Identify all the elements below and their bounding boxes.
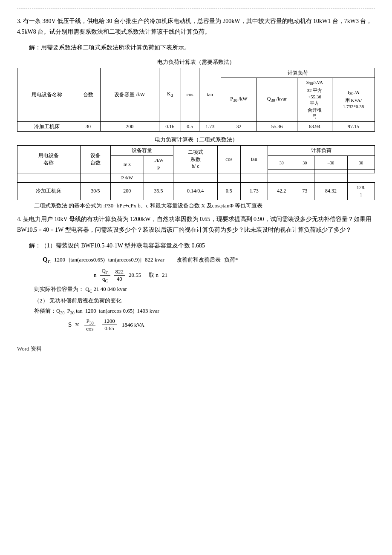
- t2-col-calc: 计算负荷: [268, 146, 375, 156]
- t2-header-pkw10: [314, 173, 347, 182]
- t2-subrow-i: [347, 169, 375, 173]
- pre-comp-formula: 补偿前：Q30 P30 tan 1200 tan(arccos 0.65) 14…: [34, 307, 375, 315]
- t2-header-pkw3: P /kW: [110, 173, 144, 182]
- col-capacity: 设备容量 /kW: [100, 68, 159, 121]
- table1-title: 电力负荷计算表（需要系数法）: [17, 58, 375, 66]
- s-formula-line: S 30 P30 cos 1200 0.65 1846 kVA: [68, 318, 375, 333]
- t2-col-cos: cos: [218, 146, 241, 173]
- row1-i30: 97.15: [332, 121, 375, 132]
- t2-subrow-q: [295, 169, 314, 173]
- qc-label: QC: [43, 256, 51, 264]
- problem3-solution: 解：用需要系数法和二项式系数法所求计算负荷如下表所示。: [17, 42, 375, 53]
- row1-device: 冷加工机床: [17, 121, 76, 132]
- t2-col-units: 设备台数: [80, 146, 110, 173]
- t2-header-pkw9: [295, 173, 314, 182]
- t2-header-pkw: [17, 173, 81, 182]
- col-calc-load: 计算负荷: [221, 68, 375, 78]
- footer: Word 资料: [17, 345, 375, 353]
- t2-row1-device: 冷加工机床: [17, 183, 81, 200]
- qc-formula-line: QC 1200 [tan(arccos0.65) tan(arccos0.9)]…: [43, 256, 375, 264]
- top-border: [17, 9, 375, 9]
- col-tan: tan: [199, 68, 221, 121]
- t2-header-pkw8: [268, 173, 295, 182]
- t2-row1-q30: 73: [295, 183, 314, 200]
- t2-row1-bc: 0.14/0.4: [173, 183, 218, 200]
- t2-row1-cos: 0.5: [218, 183, 241, 200]
- t2-col-tan: tan: [240, 146, 268, 173]
- table-note: 二项式系数法 的基本公式为 :P30=bPe+cPx b、c 和最大容量设备台数…: [34, 202, 375, 210]
- t2-col-nx: n/ x: [110, 156, 144, 173]
- problem4-solution1: 解：（1）需装设的 BWF10.5-40-1W 型并联电容器容量及个数 0.68…: [17, 240, 375, 251]
- row1-cos: 0.5: [181, 121, 199, 132]
- t2-header-pkw5: [173, 173, 218, 182]
- t2-subrow-s: [314, 169, 347, 173]
- t2-col-i30: 30: [347, 156, 375, 170]
- col-cos: cos: [181, 68, 199, 121]
- t2-subrow-p: [268, 169, 295, 173]
- t2-row1-units: 30/5: [80, 183, 110, 200]
- t2-row1-e: 200: [110, 183, 144, 200]
- n-formula-line: n QC qC 822 40 20.55 取 n 21: [94, 267, 375, 283]
- t2-col-q30: 30: [295, 156, 314, 170]
- t2-header-pkw6: [218, 173, 241, 182]
- t2-col-biterm: 二项式系数b/ c: [173, 146, 218, 173]
- t2-col-p30: 30: [268, 156, 295, 170]
- t2-col-device: 用电设备名称: [17, 146, 81, 173]
- row1-p30: 32: [221, 121, 257, 132]
- row1-s30: 63.94: [297, 121, 332, 132]
- row1-units: 30: [76, 121, 100, 132]
- problem4-text: 4. 某电力用户 10kV 母线的有功计算负荷为 1200kW，自然功率因数为 …: [17, 214, 375, 235]
- col-q30: Q30 /kvar: [257, 78, 297, 121]
- t2-row1-p30: 42.2: [268, 183, 295, 200]
- t2-row1-i30: 128.1: [347, 183, 375, 200]
- t2-col-s30: _30: [314, 156, 347, 170]
- section2-title: （2） 无功补偿前后视在负荷的变化: [34, 297, 375, 305]
- col-s30: S30/kVA32 平方+55.36平方合开根号: [297, 78, 332, 121]
- t2-row1-s30: 84.32: [314, 183, 347, 200]
- col-i30: I30 /A用 KVA/1.732*0.38: [332, 78, 375, 121]
- t2-header-pkw7: [240, 173, 268, 182]
- t2-header-pkw4: [144, 173, 173, 182]
- col-p30: P30 /kW: [221, 78, 257, 121]
- table1: 用电设备名称 台数 设备容量 /kW Kd cos tan 计算负荷 P30 /…: [17, 68, 375, 132]
- t2-row1-tan: 1.73: [240, 183, 268, 200]
- actual-compensation: 则实际补偿容量为： QC 21 40 840 kvar: [34, 285, 375, 293]
- table2: 用电设备名称 设备台数 设备容量 二项式系数b/ c cos tan 计算负荷 …: [17, 145, 375, 200]
- row1-capacity: 200: [100, 121, 159, 132]
- t2-col-ekwp: e/kWP: [144, 156, 173, 173]
- t2-col-capacity-header: 设备容量: [110, 146, 173, 156]
- col-units: 台数: [76, 68, 100, 121]
- problem3-text: 3. 有一条 380V 低压干线，供电给 30 台小批生产的冷加机床电动机，总容…: [17, 16, 375, 37]
- col-kd: Kd: [159, 68, 181, 121]
- row1-tan: 1.73: [199, 121, 221, 132]
- row1-q30: 55.36: [257, 121, 297, 132]
- table2-title: 电力负荷计算表（二项式系数法）: [17, 136, 375, 144]
- col-device-name: 用电设备名称: [17, 68, 76, 121]
- t2-header-pkw2: [80, 173, 110, 182]
- t2-row1-p: 35.5: [144, 183, 173, 200]
- row1-kd: 0.16: [159, 121, 181, 132]
